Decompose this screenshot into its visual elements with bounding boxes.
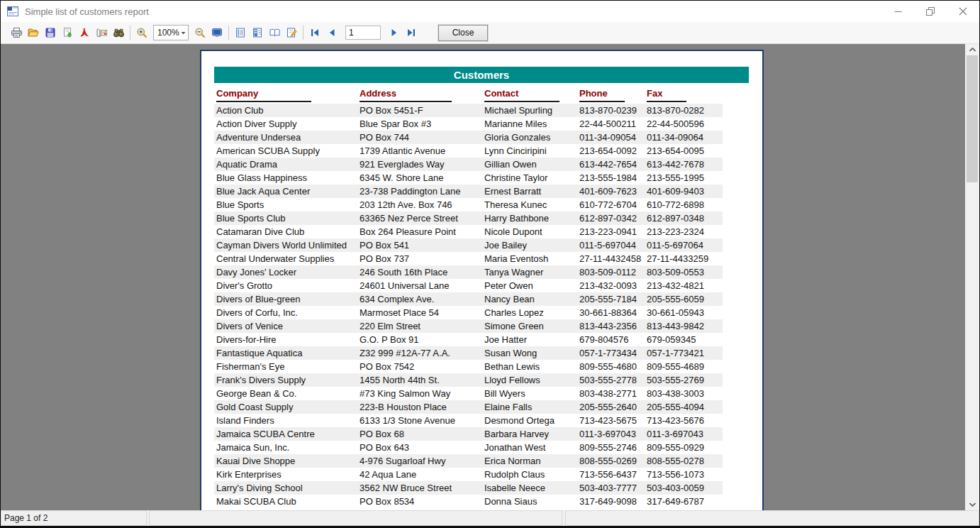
table-cell: 634 Complex Ave. xyxy=(360,294,484,304)
monitor-icon xyxy=(211,27,223,38)
table-cell: 613-442-7678 xyxy=(647,159,723,170)
table-cell: 203 12th Ave. Box 746 xyxy=(360,199,484,210)
table-cell: Jamaica SCUBA Centre xyxy=(216,429,360,439)
first-page-button[interactable] xyxy=(306,24,323,42)
edit-page-button[interactable] xyxy=(283,24,300,42)
facing-pages-button[interactable] xyxy=(266,24,283,42)
export-pdf-button[interactable] xyxy=(76,24,93,42)
table-row: Larry's Diving School3562 NW Bruce Stree… xyxy=(214,481,723,495)
status-panel-2 xyxy=(149,510,562,526)
table-cell: 246 South 16th Place xyxy=(360,267,484,277)
chevron-down-icon xyxy=(181,31,186,35)
table-cell: Desmond Ortega xyxy=(484,415,579,426)
report-title-band: Customers xyxy=(214,67,749,83)
zoom-out-button[interactable] xyxy=(191,24,208,42)
prev-page-button[interactable] xyxy=(323,24,340,42)
table-row: American SCUBA Supply1739 Atlantic Avenu… xyxy=(214,144,723,158)
table-cell: 011-5-697044 xyxy=(579,240,647,251)
table-cell: Elaine Falls xyxy=(484,402,579,412)
table-cell: Marmoset Place 54 xyxy=(360,307,484,318)
close-button[interactable]: Close xyxy=(438,25,488,41)
table-cell: 205-555-7184 xyxy=(579,294,647,304)
table-cell: Lynn Cinciripini xyxy=(484,145,579,156)
column-header-phone: Phone xyxy=(579,89,647,102)
restore-button[interactable] xyxy=(914,1,947,22)
table-cell: Box 264 Pleasure Point xyxy=(360,226,484,237)
print-button[interactable] xyxy=(8,24,25,42)
table-cell: 6345 W. Shore Lane xyxy=(360,172,484,183)
table-cell: 803-509-0553 xyxy=(647,267,723,277)
zoom-dropdown-arrow[interactable] xyxy=(179,26,188,40)
minimize-button[interactable] xyxy=(881,1,914,22)
table-row: Makai SCUBA ClubPO Box 8534Donna Siaus31… xyxy=(214,495,723,508)
table-row: Action ClubPO Box 5451-FMichael Spurling… xyxy=(214,104,723,117)
table-cell: 921 Everglades Way xyxy=(360,159,484,170)
email-button[interactable] xyxy=(93,24,110,42)
next-page-button[interactable] xyxy=(386,24,403,42)
thumbnails-view-button[interactable] xyxy=(249,24,266,42)
table-cell: 803-509-0112 xyxy=(579,267,647,277)
table-cell: 057-1-773421 xyxy=(647,348,723,358)
status-bar: Page 1 of 2 xyxy=(1,510,979,526)
table-cell: G.O. P Box 91 xyxy=(360,334,484,345)
table-row: Cayman Divers World UnlimitedPO Box 541J… xyxy=(214,238,723,252)
table-cell: 011-5-697064 xyxy=(647,240,723,251)
table-row: Aquatic Drama921 Everglades WayGillian O… xyxy=(214,158,723,171)
table-cell: Island Finders xyxy=(216,415,360,426)
table-cell: 503-403-0059 xyxy=(647,483,723,493)
scroll-down-button[interactable] xyxy=(965,499,979,510)
table-cell: 27-11-4432458 xyxy=(579,253,647,264)
zoom-combo[interactable]: 100% xyxy=(153,25,189,40)
table-cell: 205-555-6059 xyxy=(647,294,723,304)
open-button[interactable] xyxy=(25,24,42,42)
caption-buttons xyxy=(881,1,979,22)
table-cell: 223-B Houston Place xyxy=(360,402,484,412)
report-page: Customers Company Address Contact Phone xyxy=(200,50,764,510)
column-header-company: Company xyxy=(216,89,360,102)
magnifier-minus-icon xyxy=(194,27,206,38)
table-cell: Bill Wyers xyxy=(484,388,579,399)
status-panel-3 xyxy=(565,510,979,526)
table-cell: Frank's Divers Supply xyxy=(216,375,360,385)
table-cell: Larry's Diving School xyxy=(216,483,360,493)
table-cell: Divers of Blue-green xyxy=(216,294,360,304)
table-cell: 220 Elm Street xyxy=(360,321,484,331)
table-cell: 808-555-0278 xyxy=(647,456,723,466)
table-cell: 809-555-0929 xyxy=(647,442,723,453)
open-book-icon xyxy=(269,27,281,38)
table-cell: Gillian Owen xyxy=(484,159,579,170)
table-cell: 809-555-4680 xyxy=(579,361,647,372)
table-cell: Ernest Barratt xyxy=(484,186,579,197)
header-underline xyxy=(484,101,559,102)
page-number-input[interactable] xyxy=(345,26,381,40)
table-cell: Theresa Kunec xyxy=(484,199,579,210)
table-cell: Blue Sports xyxy=(216,199,360,210)
close-window-button[interactable] xyxy=(947,1,979,22)
find-button[interactable] xyxy=(110,24,127,42)
save-button[interactable] xyxy=(42,24,59,42)
table-cell: 011-3-697043 xyxy=(647,429,723,439)
table-cell: 1739 Atlantic Avenue xyxy=(360,145,484,156)
table-cell: PO Box 643 xyxy=(360,442,484,453)
full-screen-button[interactable] xyxy=(208,24,225,42)
table-row: Diver's Grotto24601 Universal LanePeter … xyxy=(214,279,723,292)
table-cell: 713-423-5676 xyxy=(647,415,723,426)
chevron-up-icon xyxy=(969,48,976,52)
page-margins-view-button[interactable] xyxy=(232,24,249,42)
last-page-button[interactable] xyxy=(403,24,420,42)
table-row: Catamaran Dive ClubBox 264 Pleasure Poin… xyxy=(214,225,723,238)
table-row: Frank's Divers Supply1455 North 44th St.… xyxy=(214,373,723,387)
table-cell: 24601 Universal Lane xyxy=(360,280,484,291)
window-title: Simple list of customers report xyxy=(25,6,149,17)
scroll-up-button[interactable] xyxy=(965,44,979,55)
table-cell: 503-555-2778 xyxy=(579,375,647,385)
scrollbar-thumb[interactable] xyxy=(967,55,978,182)
zoom-in-button[interactable] xyxy=(133,24,150,42)
vertical-scrollbar[interactable] xyxy=(965,44,979,510)
table-cell: 803-438-3003 xyxy=(647,388,723,399)
table-cell: PO Box 744 xyxy=(360,132,484,143)
table-cell: 011-3-697043 xyxy=(579,429,647,439)
table-cell: 213-223-2324 xyxy=(647,226,723,237)
export-button[interactable] xyxy=(59,24,76,42)
printer-icon xyxy=(11,27,23,38)
